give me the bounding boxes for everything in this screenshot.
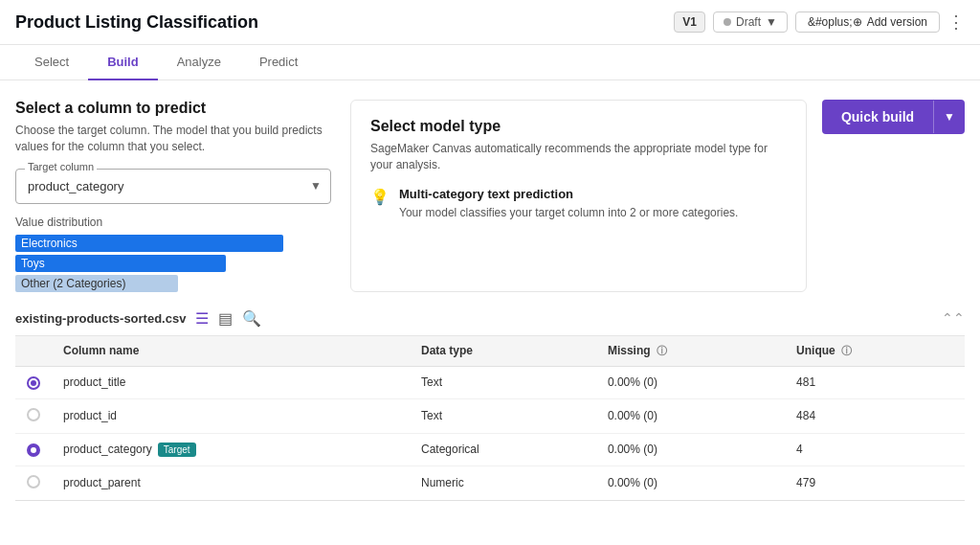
left-section-title: Select a column to predict — [15, 100, 331, 117]
model-type-desc: SageMaker Canvas automatically recommend… — [370, 141, 787, 173]
model-type-title: Select model type — [370, 118, 787, 135]
model-name: Multi-category text prediction — [399, 187, 738, 201]
main-content: Select a column to predict Choose the ta… — [0, 80, 980, 302]
dist-bar-electronics: Electronics — [15, 235, 283, 252]
unique-cell: 4 — [785, 433, 965, 466]
data-type-cell: Text — [410, 366, 596, 398]
column-name-text: product_title — [63, 375, 125, 389]
missing-cell: 0.00% (0) — [596, 466, 785, 500]
tab-select[interactable]: Select — [15, 45, 88, 80]
search-icon[interactable]: 🔍 — [242, 309, 261, 328]
header-controls: V1 Draft ▼ &#oplus;⊕ Add version ⋮ — [674, 11, 965, 33]
quick-build-label: Quick build — [822, 100, 933, 134]
grid-view-icon[interactable]: ▤ — [218, 309, 233, 328]
quick-build-button[interactable]: Quick build ▼ — [822, 100, 965, 134]
left-panel: Select a column to predict Choose the ta… — [15, 100, 331, 292]
data-section: existing-products-sorted.csv ☰ ▤ 🔍 ⌃⌃ Co… — [0, 302, 980, 511]
column-name-text: product_category — [63, 443, 152, 456]
dist-bar-row: Toys — [15, 255, 331, 272]
unique-cell: 481 — [785, 366, 965, 398]
row-icon-cell[interactable] — [15, 466, 52, 500]
collapse-icon[interactable]: ⌃⌃ — [942, 310, 965, 326]
model-type-info: Multi-category text prediction Your mode… — [399, 187, 738, 221]
row-icon-cell[interactable] — [15, 366, 52, 398]
th-missing: Missing ⓘ — [596, 336, 785, 367]
tab-analyze[interactable]: Analyze — [158, 45, 240, 80]
file-name: existing-products-sorted.csv — [15, 311, 186, 326]
column-name-text: product_parent — [63, 476, 141, 489]
add-version-button[interactable]: &#oplus;⊕ Add version — [795, 11, 940, 33]
row-icon-cell[interactable] — [15, 433, 52, 466]
left-section-desc: Choose the target column. The model that… — [15, 123, 331, 155]
th-unique: Unique ⓘ — [785, 336, 965, 367]
col-name-cell: product_id — [52, 398, 410, 433]
dist-bar-toys: Toys — [15, 255, 226, 272]
unique-cell: 479 — [785, 466, 965, 500]
data-type-cell: Numeric — [410, 466, 596, 500]
data-type-cell: Text — [410, 398, 596, 433]
data-header: existing-products-sorted.csv ☰ ▤ 🔍 ⌃⌃ — [15, 302, 965, 336]
target-badge: Target — [158, 443, 196, 457]
quick-build-area: Quick build ▼ — [822, 100, 965, 292]
col-name-cell: product_title — [52, 366, 410, 398]
target-column-select[interactable]: product_category — [15, 169, 331, 204]
draft-button[interactable]: Draft ▼ — [713, 11, 788, 33]
target-column-wrapper: Target column product_category ▼ — [15, 169, 331, 204]
row-icon-cell[interactable] — [15, 398, 52, 433]
value-distribution-label: Value distribution — [15, 216, 331, 229]
add-version-label: Add version — [867, 15, 927, 29]
list-view-icon[interactable]: ☰ — [195, 309, 209, 328]
col-name-cell: product_parent — [52, 466, 410, 500]
model-icon: 💡 — [370, 188, 390, 206]
model-desc-sub: Your model classifies your target column… — [399, 205, 738, 221]
page-title: Product Listing Classification — [15, 12, 258, 33]
tab-predict[interactable]: Predict — [240, 45, 317, 80]
target-radio-icon[interactable] — [27, 443, 40, 457]
th-column-name: Column name — [52, 336, 410, 367]
table-row: product_titleText0.00% (0)481 — [15, 366, 965, 398]
draft-label: Draft — [736, 15, 761, 29]
table-header-row: Column name Data type Missing ⓘ Unique ⓘ — [15, 336, 965, 367]
target-column-label: Target column — [25, 161, 97, 172]
more-options-icon[interactable]: ⋮ — [947, 11, 965, 33]
missing-cell: 0.00% (0) — [596, 366, 785, 398]
data-table: Column name Data type Missing ⓘ Unique ⓘ — [15, 336, 965, 501]
table-row: product_idText0.00% (0)484 — [15, 398, 965, 433]
tab-build[interactable]: Build — [88, 45, 158, 80]
chevron-down-icon: ▼ — [766, 15, 777, 29]
dist-bar-other: Other (2 Categories) — [15, 275, 178, 292]
table-row: product_parentNumeric0.00% (0)479 — [15, 466, 965, 500]
col-name-cell: product_categoryTarget — [52, 433, 410, 466]
table-row: product_categoryTargetCategorical0.00% (… — [15, 433, 965, 466]
data-type-cell: Categorical — [410, 433, 596, 466]
th-icon — [15, 336, 52, 367]
dist-bar-row: Electronics — [15, 235, 331, 252]
model-type-panel: Select model type SageMaker Canvas autom… — [350, 100, 807, 292]
distribution-bars: Electronics Toys Other (2 Categories) — [15, 235, 331, 292]
radio-icon[interactable] — [27, 408, 40, 421]
plus-icon: &#oplus;⊕ — [808, 15, 862, 29]
quick-build-chevron-icon[interactable]: ▼ — [933, 101, 965, 133]
draft-dot-icon — [724, 18, 731, 26]
app-header: Product Listing Classification V1 Draft … — [0, 0, 980, 45]
nav-tabs: Select Build Analyze Predict — [0, 45, 980, 80]
version-badge[interactable]: V1 — [674, 11, 705, 33]
dist-bar-row: Other (2 Categories) — [15, 275, 331, 292]
radio-icon[interactable] — [27, 376, 40, 390]
missing-info-icon: ⓘ — [657, 344, 667, 358]
column-name-text: product_id — [63, 409, 117, 422]
th-data-type: Data type — [410, 336, 596, 367]
missing-cell: 0.00% (0) — [596, 433, 785, 466]
model-type-row: 💡 Multi-category text prediction Your mo… — [370, 187, 787, 221]
unique-info-icon: ⓘ — [841, 344, 852, 358]
unique-cell: 484 — [785, 398, 965, 433]
data-header-left: existing-products-sorted.csv ☰ ▤ 🔍 — [15, 309, 261, 328]
missing-cell: 0.00% (0) — [596, 398, 785, 433]
radio-icon[interactable] — [27, 475, 40, 488]
